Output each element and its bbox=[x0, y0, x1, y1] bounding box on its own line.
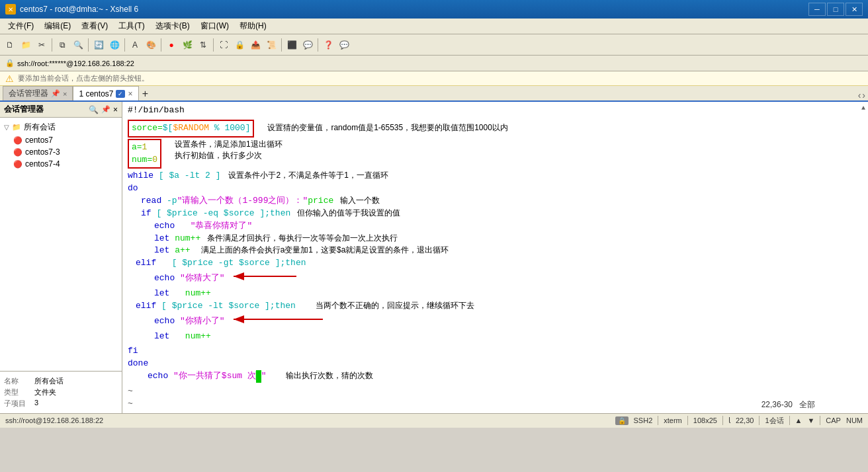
sidebar-pin-icon[interactable]: 📌 bbox=[101, 105, 110, 114]
lock-btn[interactable]: 🔒 bbox=[232, 38, 247, 52]
toolbar-separator6 bbox=[281, 38, 282, 52]
toolbar-separator2 bbox=[88, 38, 89, 52]
sidebar-search-icon[interactable]: 🔍 bbox=[89, 105, 99, 114]
cap-indicator: CAP bbox=[826, 416, 841, 424]
shebang-text: #!/bin/bash bbox=[128, 104, 185, 117]
code-shebang: #!/bin/bash bbox=[128, 104, 863, 117]
session-manager-tab[interactable]: 会话管理器 📌 × bbox=[3, 86, 73, 100]
code-line-read: read -p "请输入一个数（1-999之间）：" price 输入一个数 bbox=[128, 195, 863, 208]
session-mgr-close[interactable]: × bbox=[63, 90, 67, 98]
reconnect-button[interactable]: 🔄 bbox=[91, 38, 106, 52]
find-button[interactable]: 🔍 bbox=[71, 38, 85, 52]
status-sep2 bbox=[687, 416, 688, 425]
new-session-button[interactable]: 🗋 bbox=[3, 38, 17, 52]
red-btn[interactable]: ● bbox=[164, 38, 179, 52]
comment-btn[interactable]: 💬 bbox=[337, 38, 351, 52]
tree-item-centos7-4[interactable]: 🔴 centos7-4 bbox=[0, 158, 122, 170]
session-mgr-label: 会话管理器 bbox=[9, 88, 48, 99]
menu-tools[interactable]: 工具(T) bbox=[113, 19, 150, 34]
scroll-up-btn[interactable]: ▲ bbox=[795, 416, 803, 424]
copy-button[interactable]: ⧉ bbox=[55, 38, 69, 52]
sftp-btn[interactable]: ⇅ bbox=[196, 38, 210, 52]
code-line-let-num3: let num++ bbox=[128, 331, 863, 343]
minimize-button[interactable]: ─ bbox=[808, 3, 826, 16]
tab-next[interactable]: › bbox=[862, 90, 865, 100]
tab-bar: 会话管理器 📌 × 1 centos7 ✓ × + ‹ › bbox=[0, 86, 868, 102]
color-btn[interactable]: 🎨 bbox=[144, 38, 158, 52]
status-sep3 bbox=[722, 416, 723, 425]
small-arrow bbox=[230, 313, 329, 331]
close-button[interactable]: ✕ bbox=[846, 3, 863, 16]
chat-btn[interactable]: 💬 bbox=[300, 38, 315, 52]
info-label-children: 子项目 bbox=[4, 399, 30, 409]
script-btn[interactable]: 📜 bbox=[264, 38, 279, 52]
info-value-type: 文件夹 bbox=[34, 387, 56, 397]
code-line-elif-gt: elif [ $price -gt $sorce ];then bbox=[128, 257, 863, 270]
transfer-btn[interactable]: 📤 bbox=[248, 38, 263, 52]
menu-window[interactable]: 窗口(W) bbox=[195, 19, 234, 34]
position-indicator: 22,36-30 全部 bbox=[761, 399, 815, 411]
title-bar-left: ✕ centos7 - root@dmha:~ - Xshell 6 bbox=[5, 4, 138, 15]
menu-tabs[interactable]: 选项卡(B) bbox=[150, 19, 195, 34]
all-sessions-label: 所有会话 bbox=[24, 122, 56, 133]
num-line: num=0 bbox=[132, 154, 157, 167]
menu-view[interactable]: 查看(V) bbox=[76, 19, 113, 34]
tree-item-centos7-3[interactable]: 🔴 centos7-3 bbox=[0, 146, 122, 158]
tree-root-all-sessions[interactable]: ▽ 📁 所有会话 bbox=[0, 120, 122, 134]
terminal[interactable]: ▲ #!/bin/bash sorce=$[$RANDOM % 1000] 设置… bbox=[122, 102, 868, 413]
num-indicator: NUM bbox=[846, 416, 863, 424]
code-line-echo-small: echo "你猜小了" bbox=[128, 313, 863, 331]
active-tab[interactable]: 1 centos7 ✓ × bbox=[73, 86, 138, 100]
code-line-tilde2: ~ bbox=[128, 398, 863, 411]
menu-edit[interactable]: 编辑(E) bbox=[39, 19, 76, 34]
content-area: 会话管理器 🔍 📌 × ▽ 📁 所有会话 🔴 centos7 🔴 centos7… bbox=[0, 102, 868, 413]
toolbar-btn2[interactable]: ✂ bbox=[34, 38, 49, 52]
code-line-sorce: sorce=$[$RANDOM % 1000] 设置猜的变量值，random值是… bbox=[128, 120, 863, 138]
ssh2-label: SSH2 bbox=[634, 416, 653, 424]
tree-item-centos7[interactable]: 🔴 centos7 bbox=[0, 134, 122, 146]
font-btn[interactable]: A bbox=[128, 38, 142, 52]
a-annotation: 满足上面的条件会执行a变量加1，这要$a就满足设置的条件，退出循环 bbox=[201, 245, 449, 256]
tab-indicator: ✓ bbox=[116, 90, 125, 98]
new-tab-button[interactable]: + bbox=[139, 87, 152, 100]
tab-close[interactable]: × bbox=[128, 89, 132, 98]
session-mgr-pin[interactable]: 📌 bbox=[51, 89, 60, 98]
title-bar: ✕ centos7 - root@dmha:~ - Xshell 6 ─ □ ✕ bbox=[0, 0, 868, 19]
sorce-annotation: 设置猜的变量值，random值是1-65535，我想要的取值范围1000以内 bbox=[267, 122, 507, 134]
ssh2-icon: 🔒 bbox=[615, 416, 629, 425]
tab-prev[interactable]: ‹ bbox=[858, 90, 861, 100]
folder-icon: 📁 bbox=[12, 123, 21, 132]
info-bar-text: 要添加当前会话，点击左侧的箭头按钮。 bbox=[18, 73, 149, 83]
maximize-button[interactable]: □ bbox=[827, 3, 844, 16]
scroll-down-btn[interactable]: ▼ bbox=[807, 416, 814, 424]
menu-help[interactable]: 帮助(H) bbox=[234, 19, 272, 34]
status-sep5 bbox=[789, 416, 790, 425]
status-sep1 bbox=[658, 416, 658, 425]
open-button[interactable]: 📁 bbox=[19, 38, 33, 52]
more-btn[interactable]: ⬛ bbox=[284, 38, 299, 52]
sum-annotation: 输出执行次数，猜的次数 bbox=[286, 370, 373, 381]
while-annotation: 设置条件小于2，不满足条件等于1，一直循环 bbox=[228, 170, 388, 181]
toolbar-separator7 bbox=[318, 38, 318, 52]
toolbar: 🗋 📁 ✂ ⧉ 🔍 🔄 🌐 A 🎨 ● 🌿 ⇅ ⛶ 🔒 📤 📜 ⬛ 💬 ❓ 💬 bbox=[0, 34, 868, 56]
window-title: centos7 - root@dmha:~ - Xshell 6 bbox=[20, 5, 138, 14]
help-btn[interactable]: ❓ bbox=[321, 38, 335, 52]
code-line-echo-sum: echo "你一共猜了$sum 次█" 输出执行次数，猜的次数 bbox=[128, 370, 863, 383]
terminal-container: ▲ #!/bin/bash sorce=$[$RANDOM % 1000] 设置… bbox=[122, 102, 868, 413]
code-line-tilde1: ~ bbox=[128, 385, 863, 398]
session-count: 1会话 bbox=[765, 416, 783, 426]
compose-button[interactable]: 🌐 bbox=[107, 38, 122, 52]
info-value-name: 所有会话 bbox=[34, 376, 64, 386]
menu-file[interactable]: 文件(F) bbox=[3, 19, 39, 34]
a-line: a=1 bbox=[132, 141, 157, 154]
fullscreen-btn[interactable]: ⛶ bbox=[216, 38, 231, 52]
info-bar: ⚠ 要添加当前会话，点击左侧的箭头按钮。 bbox=[0, 71, 868, 86]
sidebar-title: 会话管理器 bbox=[4, 104, 44, 115]
status-sep6 bbox=[820, 416, 820, 425]
session-centos7-3-label: centos7-3 bbox=[25, 147, 60, 157]
session-centos7-4-label: centos7-4 bbox=[25, 159, 60, 169]
status-right: 🔒 SSH2 xterm 108x25 𝗅 22,30 1会话 ▲ ▼ CAP … bbox=[615, 416, 863, 426]
green-btn[interactable]: 🌿 bbox=[180, 38, 195, 52]
sidebar-close-icon[interactable]: × bbox=[113, 105, 118, 114]
term-size: 108x25 bbox=[693, 416, 717, 424]
